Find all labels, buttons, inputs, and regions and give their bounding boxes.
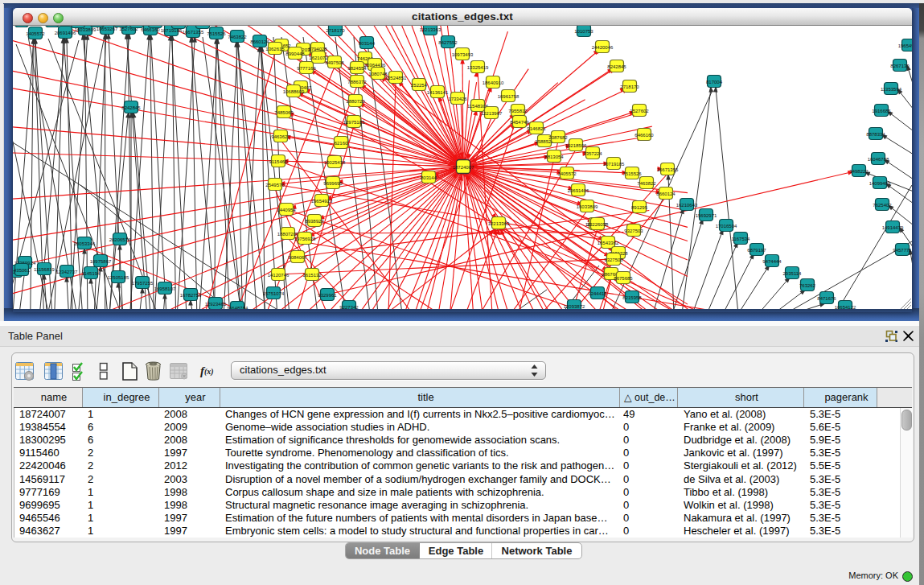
svg-text:18724007: 18724007 (453, 165, 474, 170)
svg-text:6879197: 6879197 (747, 248, 766, 253)
svg-text:6497508: 6497508 (325, 60, 344, 65)
svg-text:9146821: 9146821 (527, 126, 546, 131)
svg-text:2718170: 2718170 (326, 28, 345, 33)
svg-text:20053346: 20053346 (74, 241, 96, 246)
svg-text:18640910: 18640910 (483, 80, 504, 85)
svg-text:8878334: 8878334 (866, 132, 885, 137)
svg-text:7463822: 7463822 (228, 35, 247, 39)
svg-text:16033809: 16033809 (577, 204, 598, 209)
svg-text:803144: 803144 (421, 175, 437, 180)
svg-text:2718170: 2718170 (620, 84, 639, 89)
svg-text:817004: 817004 (706, 80, 723, 84)
svg-text:8427552: 8427552 (438, 40, 458, 45)
svg-text:8675685: 8675685 (614, 276, 633, 281)
svg-text:8242845: 8242845 (121, 105, 141, 110)
svg-text:12923465: 12923465 (205, 302, 227, 307)
svg-text:12213363: 12213363 (488, 221, 510, 226)
svg-text:20691406: 20691406 (568, 188, 589, 193)
svg-text:16958107: 16958107 (154, 286, 176, 291)
svg-text:8990448: 8990448 (285, 51, 305, 56)
svg-text:13524851: 13524851 (385, 76, 407, 80)
svg-text:8267130: 8267130 (890, 64, 910, 68)
svg-text:1527602: 1527602 (630, 109, 649, 113)
svg-text:10719185: 10719185 (603, 162, 625, 167)
svg-text:7463822: 7463822 (637, 181, 656, 186)
svg-text:16782759: 16782759 (180, 293, 202, 298)
svg-text:19218506: 19218506 (565, 143, 587, 148)
svg-text:435061: 435061 (14, 268, 31, 273)
svg-text:891295: 891295 (631, 205, 648, 210)
svg-text:16671355: 16671355 (183, 30, 204, 35)
svg-text:2549576: 2549576 (265, 183, 285, 187)
svg-text:7485063: 7485063 (274, 110, 294, 115)
svg-text:8454749: 8454749 (510, 120, 529, 125)
svg-text:9084067: 9084067 (288, 255, 307, 260)
svg-text:(x): (x) (204, 367, 214, 377)
svg-text:803144: 803144 (359, 41, 376, 46)
svg-text:1244415: 1244415 (588, 291, 607, 296)
svg-text:252254: 252254 (411, 83, 428, 88)
svg-text:10025438: 10025438 (324, 160, 346, 165)
svg-text:16210643: 16210643 (676, 203, 698, 208)
svg-text:12342737: 12342737 (56, 270, 78, 274)
svg-text:12975185: 12975185 (343, 120, 365, 125)
svg-text:16543362: 16543362 (598, 241, 619, 245)
svg-text:8660124: 8660124 (656, 192, 676, 196)
svg-text:16648784: 16648784 (227, 306, 248, 310)
svg-text:7625402: 7625402 (873, 203, 892, 208)
svg-text:8813054: 8813054 (544, 154, 564, 159)
svg-text:7357224: 7357224 (583, 151, 602, 156)
svg-text:12213363: 12213363 (420, 27, 441, 32)
svg-text:10973493: 10973493 (452, 52, 474, 57)
svg-text:20691406: 20691406 (55, 31, 76, 35)
svg-text:9457771: 9457771 (893, 248, 912, 253)
svg-text:9777169: 9777169 (297, 66, 316, 71)
svg-text:16961758: 16961758 (498, 94, 519, 99)
svg-text:9463627: 9463627 (271, 134, 290, 139)
svg-text:9327508: 9327508 (604, 257, 623, 262)
svg-text:17957255: 17957255 (132, 281, 154, 286)
svg-text:13325419: 13325419 (467, 65, 489, 70)
svg-text:1916685: 1916685 (872, 109, 891, 113)
svg-text:763262: 763262 (799, 283, 816, 288)
svg-text:8471676: 8471676 (817, 296, 836, 301)
svg-text:1010753: 1010753 (574, 29, 593, 34)
svg-text:15692971: 15692971 (696, 213, 717, 218)
svg-text:2087682: 2087682 (548, 135, 568, 140)
svg-text:12213967: 12213967 (481, 111, 503, 116)
svg-text:7515526: 7515526 (622, 171, 642, 176)
svg-text:16046788: 16046788 (868, 157, 889, 162)
svg-text:17016504: 17016504 (716, 224, 737, 229)
svg-text:23226058: 23226058 (587, 222, 609, 227)
svg-text:20364436: 20364436 (364, 63, 386, 68)
svg-text:1405572: 1405572 (557, 171, 577, 176)
svg-text:15751074: 15751074 (263, 291, 285, 296)
svg-text:8660124: 8660124 (250, 39, 269, 44)
svg-text:1362615: 1362615 (265, 47, 285, 51)
svg-text:1880720: 1880720 (346, 99, 365, 104)
svg-text:1440954: 1440954 (277, 208, 296, 212)
svg-text:12093872: 12093872 (564, 304, 585, 309)
svg-text:8215958: 8215958 (622, 295, 642, 300)
svg-text:7886372: 7886372 (347, 80, 367, 84)
svg-text:24420046: 24420046 (592, 45, 614, 50)
svg-text:9227342: 9227342 (339, 305, 359, 310)
svg-text:1145194: 1145194 (82, 271, 101, 276)
svg-text:16671355: 16671355 (657, 167, 679, 172)
svg-text:6794028: 6794028 (308, 47, 327, 51)
svg-text:2935114: 2935114 (783, 271, 803, 276)
svg-text:9327503: 9327503 (624, 229, 643, 233)
svg-text:14099489: 14099489 (869, 181, 891, 186)
svg-text:9474444: 9474444 (762, 259, 782, 264)
svg-text:9699695: 9699695 (323, 181, 343, 186)
svg-text:19654985: 19654985 (898, 43, 912, 48)
svg-text:1615132: 1615132 (302, 273, 322, 278)
svg-text:20206576: 20206576 (109, 237, 131, 242)
svg-text:7955812: 7955812 (508, 109, 528, 113)
svg-text:10654122: 10654122 (835, 305, 856, 310)
svg-text:11156819: 11156819 (34, 267, 55, 272)
svg-text:19756928: 19756928 (294, 237, 316, 241)
svg-text:7515526: 7515526 (207, 31, 226, 36)
svg-text:10975867: 10975867 (90, 259, 112, 264)
svg-text:8242845: 8242845 (607, 64, 626, 69)
